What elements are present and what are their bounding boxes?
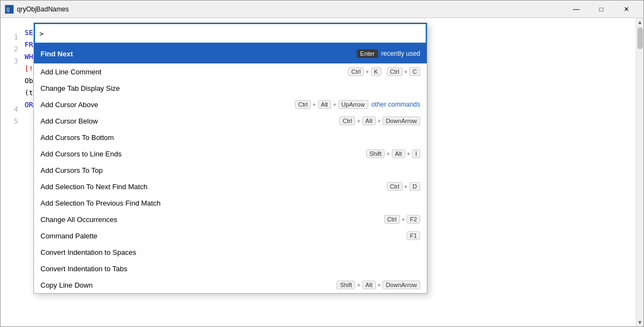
menu-item-label: Add Cursor Below [40,117,339,125]
window-title: qryObjBadNames [17,5,564,13]
menu-item-label: Copy Line Down [40,281,336,289]
vertical-scrollbar[interactable]: ▲ ▼ [636,18,643,326]
kbd-plus: + [386,150,390,157]
menu-item-label: Convert Indentation to Spaces [40,248,420,256]
enter-badge: Enter [357,49,378,58]
menu-item-label: Change All Occurrences [40,215,384,224]
shortcut-group: Ctrl + F2 [384,215,420,224]
kbd-plus: + [378,118,381,124]
kbd-plus: + [312,101,316,108]
kbd-plus: + [333,101,336,108]
kbd: K [371,67,381,76]
line-numbers: 1 2 3 4 5 [1,27,22,127]
find-next-label: Find Next [40,50,357,58]
editor-area: 1 2 3 4 5 SELECT tblObj FROM tblObje WHE… [1,18,636,326]
kbd-plus: + [402,216,405,223]
kbd: Shift [336,281,355,289]
menu-list: Add Line Comment Ctrl + K Ctrl + C [34,63,427,293]
menu-item-label: Add Line Comment [40,68,348,76]
command-palette: Find Next Enter recently used Add Line C… [33,22,427,294]
main-window: Q qryObjBadNames — □ ✕ 1 2 3 [0,0,644,327]
shortcut-group: F1 [407,231,420,240]
line-num [5,67,18,79]
shortcut-group: Ctrl + Alt + UpArrow [295,100,368,109]
svg-text:Q: Q [7,7,9,13]
line-num: 2 [5,43,18,55]
app-icon: Q [5,5,14,14]
title-bar: Q qryObjBadNames — □ ✕ [1,1,643,18]
kbd: DownArrow [382,281,420,289]
recently-used-label: recently used [381,50,420,57]
menu-item[interactable]: Add Selection To Next Find Match Ctrl + … [34,178,427,195]
kbd-plus: + [365,68,369,75]
kbd-plus: + [378,282,381,288]
kbd: Ctrl [339,116,355,125]
kbd-plus: + [407,150,410,157]
scrollbar-thumb[interactable] [637,27,643,49]
menu-item[interactable]: Add Cursors to Line Ends Shift + Alt + I [34,145,427,162]
search-box [34,23,427,44]
shortcut-group: Ctrl + D [387,182,421,191]
line-num: 4 [5,103,18,115]
menu-item-label: Convert Indentation to Tabs [40,265,420,273]
kbd-plus: + [404,183,408,190]
menu-item-label: Add Selection To Next Find Match [40,183,387,191]
shortcut-group: Ctrl + Alt + DownArrow [339,116,420,125]
menu-item[interactable]: Add Cursor Below Ctrl + Alt + DownArrow [34,113,427,129]
kbd: I [412,149,420,158]
menu-item[interactable]: Add Cursors To Top [34,162,427,178]
kbd-plus: + [357,118,360,124]
menu-item[interactable]: Add Line Comment Ctrl + K Ctrl + C [34,63,427,80]
kbd: F2 [407,215,420,224]
find-next-row[interactable]: Find Next Enter recently used [34,44,427,63]
line-num [5,79,18,91]
menu-item[interactable]: Copy Line Down Shift + Alt + DownArrow [34,277,427,293]
kbd: D [409,182,420,191]
kbd: Ctrl [348,67,364,76]
menu-item-label: Command Palette [40,232,407,240]
shortcut-group: Shift + Alt + I [366,149,420,158]
menu-item[interactable]: Change All Occurrences Ctrl + F2 [34,211,427,227]
kbd: F1 [407,231,420,240]
kbd-plus: + [357,282,360,288]
command-search-input[interactable] [39,30,421,38]
kbd: Ctrl [387,182,403,191]
menu-item[interactable]: Command Palette F1 [34,227,427,244]
window-controls: — □ ✕ [564,1,639,18]
other-commands-label: other commands [372,101,420,108]
line-num [5,91,18,103]
kbd: Alt [362,116,376,125]
content-area: 1 2 3 4 5 SELECT tblObj FROM tblObje WHE… [1,18,643,326]
menu-item[interactable]: Change Tab Display Size [34,80,427,96]
menu-item-label: Change Tab Display Size [40,84,420,92]
shortcut-group: Shift + Alt + DownArrow [336,281,420,289]
menu-item-label: Add Cursor Above [40,101,295,109]
menu-item-label: Add Cursors To Bottom [40,133,420,142]
kbd: Alt [392,149,405,158]
kbd-plus: + [404,68,408,75]
line-num: 1 [5,31,18,43]
line-num: 3 [5,55,18,67]
line-num: 5 [5,115,18,127]
kbd: Ctrl [295,100,311,109]
kbd: Ctrl [384,215,400,224]
kbd: C [409,67,420,76]
menu-item[interactable]: Convert Indentation to Spaces [34,244,427,260]
menu-item[interactable]: Add Selection To Previous Find Match [34,195,427,211]
kbd: Alt [318,100,332,109]
menu-item-label: Add Cursors To Top [40,166,420,174]
close-button[interactable]: ✕ [614,1,639,18]
kbd: Shift [366,149,385,158]
menu-item-label: Add Selection To Previous Find Match [40,199,420,207]
menu-item[interactable]: Add Cursor Above Ctrl + Alt + UpArrow ot… [34,96,427,113]
kbd: DownArrow [382,116,420,125]
kbd: Alt [362,281,376,289]
minimize-button[interactable]: — [564,1,589,18]
kbd: Ctrl [387,67,403,76]
menu-item[interactable]: Convert Indentation to Tabs [34,260,427,277]
menu-item-label: Add Cursors to Line Ends [40,150,366,158]
maximize-button[interactable]: □ [589,1,614,18]
kbd: UpArrow [338,100,368,109]
menu-item[interactable]: Add Cursors To Bottom [34,129,427,145]
shortcut-group: Ctrl + K Ctrl + C [348,67,420,76]
